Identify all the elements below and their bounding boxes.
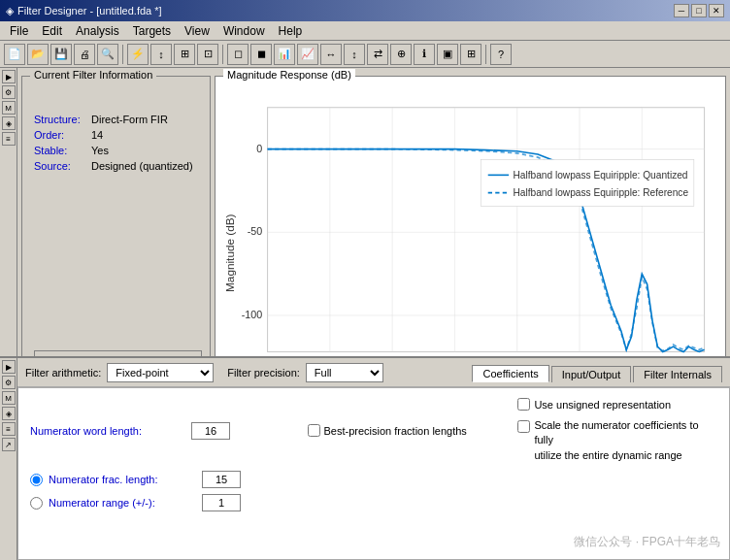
zoom-button[interactable]: 🔍 — [97, 44, 118, 65]
toolbar: 📄 📂 💾 🖨 🔍 ⚡ ↕ ⊞ ⊡ ◻ ◼ 📊 📈 ↔ ↕ ⇄ ⊕ ℹ ▣ ⊞ … — [0, 41, 730, 68]
prop-order: Order: 14 — [34, 129, 202, 141]
scale-numerator-checkbox[interactable] — [517, 420, 530, 433]
tb-btn-15[interactable]: ▣ — [437, 44, 458, 65]
svg-text:Magnitude (dB): Magnitude (dB) — [223, 214, 236, 292]
tb-btn-6[interactable]: ◻ — [227, 44, 249, 65]
tab-input-output[interactable]: Input/Output — [551, 366, 632, 382]
tb-btn-12[interactable]: ⇄ — [367, 44, 388, 65]
filter-info-title: Current Filter Information — [30, 69, 156, 81]
window-title: Filter Designer - [untitled.fda *] — [17, 5, 162, 16]
menu-bar: File Edit Analysis Targets View Window H… — [0, 21, 730, 41]
tab-coefficients[interactable]: Coefficients — [472, 365, 548, 382]
tb-btn-2[interactable]: ⚡ — [127, 44, 149, 65]
scale-numerator-label: Scale the numerator coefficients to full… — [534, 418, 717, 463]
tb-btn-5[interactable]: ⊡ — [197, 44, 218, 65]
tb-btn-17[interactable]: ? — [490, 44, 512, 65]
num-word-length-label: Numerator word length: — [30, 425, 185, 437]
menu-view[interactable]: View — [179, 23, 216, 39]
bottom-side-icon-5[interactable]: ≡ — [2, 422, 16, 436]
minimize-button[interactable]: ─ — [674, 4, 689, 17]
use-unsigned-label: Use unsigned representation — [534, 399, 671, 411]
prop-source: Source: Designed (quantized) — [34, 160, 202, 172]
menu-targets[interactable]: Targets — [127, 23, 177, 39]
num-word-length-input[interactable]: 16 — [191, 422, 230, 440]
tb-btn-7[interactable]: ◼ — [250, 44, 272, 65]
tab-filter-internals[interactable]: Filter Internals — [633, 366, 722, 382]
new-button[interactable]: 📄 — [4, 44, 25, 65]
num-frac-radio[interactable] — [30, 474, 43, 486]
tb-btn-10[interactable]: ↔ — [320, 44, 342, 65]
prop-structure: Structure: Direct-Form FIR — [34, 114, 202, 125]
title-bar: ◈ Filter Designer - [untitled.fda *] ─ □… — [0, 0, 730, 21]
svg-text:Halfband lowpass Equiripple: Q: Halfband lowpass Equiripple: Quantized — [513, 170, 687, 181]
best-precision-label: Best-precision fraction lengths — [324, 425, 467, 437]
open-button[interactable]: 📂 — [27, 44, 49, 65]
tb-btn-14[interactable]: ℹ — [414, 44, 435, 65]
filter-arith-label: Filter arithmetic: — [25, 367, 101, 379]
filter-precision-select[interactable]: Full Specify — [306, 363, 383, 382]
svg-text:-100: -100 — [242, 309, 262, 320]
num-frac-input[interactable]: 15 — [202, 471, 241, 488]
bottom-section: ▶ ⚙ M ◈ ≡ ↗ Filter arithmetic: Fixed-poi… — [0, 356, 730, 560]
watermark: 微信公众号 · FPGA十年老鸟 — [574, 534, 720, 550]
menu-edit[interactable]: Edit — [36, 23, 68, 39]
menu-window[interactable]: Window — [217, 23, 271, 39]
bottom-side-icon-2[interactable]: ⚙ — [2, 376, 16, 389]
side-icon-4[interactable]: ◈ — [2, 116, 16, 130]
num-range-radio[interactable] — [30, 497, 43, 510]
num-range-label: Numerator range (+/-): — [49, 497, 196, 509]
bottom-side-icon-4[interactable]: ◈ — [2, 407, 16, 420]
side-icon-5[interactable]: ≡ — [2, 132, 16, 146]
num-frac-label: Numerator frac. length: — [49, 474, 196, 485]
bottom-side-icon-6[interactable]: ↗ — [2, 438, 16, 451]
tb-btn-8[interactable]: 📊 — [274, 44, 295, 65]
svg-text:-50: -50 — [248, 225, 263, 237]
filter-arithmetic-select[interactable]: Fixed-point Floating-point Double-precis… — [107, 363, 214, 382]
close-button[interactable]: ✕ — [709, 4, 724, 17]
menu-file[interactable]: File — [4, 23, 34, 39]
side-icon-1[interactable]: ▶ — [2, 70, 16, 83]
save-button[interactable]: 💾 — [50, 44, 72, 65]
bottom-side-icon-1[interactable]: ▶ — [2, 360, 16, 374]
tb-btn-9[interactable]: 📈 — [297, 44, 318, 65]
side-icon-2[interactable]: ⚙ — [2, 85, 16, 99]
tb-btn-16[interactable]: ⊞ — [460, 44, 481, 65]
menu-analysis[interactable]: Analysis — [70, 23, 125, 39]
maximize-button[interactable]: □ — [691, 4, 707, 17]
svg-text:0: 0 — [256, 143, 262, 154]
num-range-input[interactable]: 1 — [202, 494, 241, 511]
side-icon-3[interactable]: M — [2, 101, 16, 115]
bottom-main: Filter arithmetic: Fixed-point Floating-… — [17, 358, 730, 560]
bottom-side-icon-3[interactable]: M — [2, 391, 16, 405]
best-precision-checkbox[interactable] — [308, 424, 320, 437]
menu-help[interactable]: Help — [273, 23, 309, 39]
bottom-side-icons: ▶ ⚙ M ◈ ≡ ↗ — [0, 358, 17, 560]
tb-btn-3[interactable]: ↕ — [150, 44, 172, 65]
tb-btn-11[interactable]: ↕ — [344, 44, 365, 65]
filter-prec-label: Filter precision: — [227, 367, 300, 379]
use-unsigned-checkbox[interactable] — [517, 398, 530, 411]
tb-btn-4[interactable]: ⊞ — [174, 44, 195, 65]
tb-btn-13[interactable]: ⊕ — [390, 44, 412, 65]
chart-title: Magnitude Response (dB) — [223, 69, 355, 81]
print-button[interactable]: 🖨 — [74, 44, 95, 65]
app-icon: ◈ — [6, 5, 14, 17]
prop-stable: Stable: Yes — [34, 145, 202, 156]
svg-text:Halfband lowpass Equiripple: R: Halfband lowpass Equiripple: Reference — [513, 187, 688, 198]
svg-rect-22 — [481, 159, 694, 206]
